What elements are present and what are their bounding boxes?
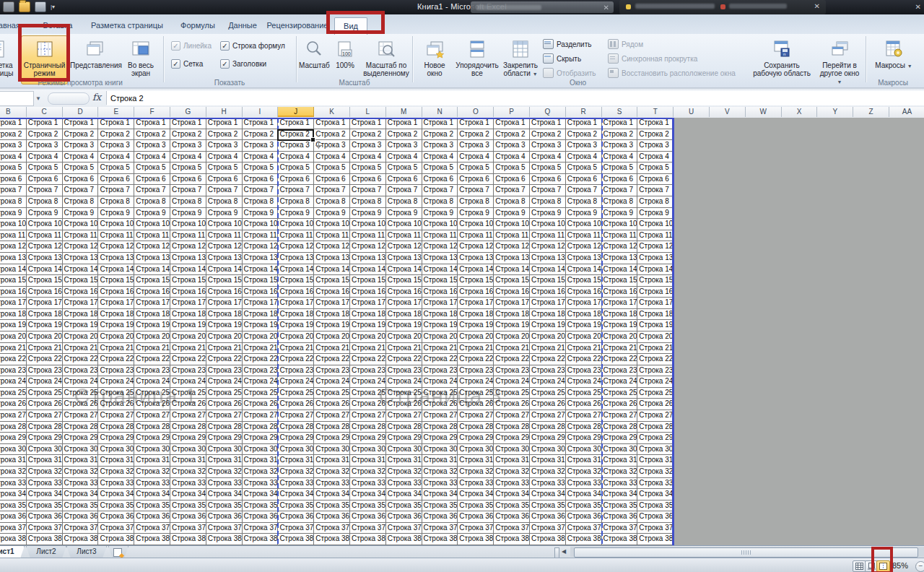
cell[interactable]: Строка 20 (422, 332, 458, 343)
cell[interactable]: Строка 22 (206, 354, 243, 365)
cell[interactable]: Строка 35 (170, 500, 206, 512)
cell[interactable]: Строка 22 (494, 354, 530, 365)
cell[interactable]: Строка 37 (314, 523, 350, 534)
cell[interactable]: Строка 6 (314, 174, 350, 186)
cell[interactable]: Строка 24 (63, 376, 99, 388)
cell[interactable]: Строка 32 (314, 467, 350, 478)
cell[interactable]: Строка 4 (530, 152, 566, 163)
cell[interactable]: Строка 6 (134, 174, 170, 186)
cell[interactable]: Строка 36 (386, 511, 422, 523)
cell[interactable]: Строка 29 (566, 433, 602, 444)
column-header-Y[interactable]: Y (817, 107, 853, 117)
cell[interactable]: Строка 5 (566, 162, 602, 174)
cell[interactable]: Строка 2 (350, 129, 386, 141)
cell[interactable]: Строка 32 (98, 467, 134, 478)
cell[interactable]: Строка 35 (530, 500, 566, 512)
close-icon[interactable]: ✕ (814, 2, 820, 10)
cell[interactable]: Строка 36 (278, 511, 314, 523)
cell[interactable]: Строка 36 (602, 511, 638, 523)
cell[interactable]: Строка 23 (350, 365, 386, 377)
cell[interactable]: Строка 12 (386, 241, 422, 253)
cell[interactable]: Строка 1 (386, 118, 422, 129)
cell[interactable]: Строка 4 (458, 152, 494, 163)
cell[interactable]: Строка 1 (637, 118, 674, 129)
cell[interactable]: Строка 37 (278, 523, 314, 534)
cell[interactable]: Строка 33 (494, 478, 530, 490)
cell[interactable]: Строка 32 (530, 467, 566, 478)
cell[interactable]: Строка 16 (134, 287, 170, 298)
cell[interactable]: Строка 8 (98, 196, 134, 208)
cell[interactable]: Строка 32 (602, 467, 638, 478)
cell[interactable]: Строка 11 (243, 230, 279, 242)
cell[interactable]: Строка 15 (243, 275, 279, 287)
qat-dropdown-icon[interactable]: |▾ (51, 4, 55, 10)
cell[interactable]: Строка 30 (530, 444, 566, 456)
cell[interactable]: Строка 24 (422, 376, 458, 388)
cell[interactable]: Строка 18 (530, 309, 566, 321)
cell[interactable]: Строка 12 (637, 241, 674, 253)
cell[interactable]: Строка 35 (278, 500, 314, 512)
cell[interactable]: Строка 13 (350, 253, 386, 264)
cell[interactable]: Строка 35 (566, 500, 602, 512)
cell[interactable]: Строка 30 (637, 444, 674, 456)
cell[interactable]: Строка 17 (27, 298, 63, 309)
cell[interactable]: Строка 21 (602, 343, 638, 355)
cell[interactable]: Строка 28 (314, 422, 350, 433)
cell[interactable]: Строка 27 (494, 410, 530, 422)
cell[interactable]: Строка 15 (530, 275, 566, 287)
cell[interactable]: Строка 35 (386, 500, 422, 512)
cell[interactable]: Строка 34 (422, 489, 458, 500)
cell[interactable]: Строка 8 (602, 196, 638, 208)
cell[interactable]: Строка 28 (278, 422, 314, 433)
cell[interactable]: Строка 28 (422, 422, 458, 433)
cell[interactable]: Строка 32 (566, 467, 602, 478)
cell[interactable]: Строка 1 (602, 118, 638, 129)
cell[interactable]: Строка 33 (27, 478, 63, 490)
cell[interactable]: Строка 38 (566, 534, 602, 545)
cell[interactable]: Строка 2 (134, 129, 170, 141)
cell[interactable]: Строка 31 (458, 455, 494, 467)
cell[interactable]: Строка 4 (206, 152, 243, 163)
cell[interactable]: Строка 18 (602, 309, 638, 321)
cell[interactable]: Строка 5 (27, 162, 63, 174)
cell[interactable]: Строка 23 (98, 365, 134, 377)
cell[interactable]: Строка 34 (566, 489, 602, 500)
cell[interactable]: Строка 30 (63, 444, 99, 456)
cell[interactable]: Строка 32 (637, 467, 674, 478)
cell[interactable]: Строка 3 (0, 140, 27, 152)
cell[interactable]: Строка 15 (278, 275, 314, 287)
cell[interactable]: Строка 25 (566, 388, 602, 399)
cell[interactable]: Строка 12 (206, 241, 243, 253)
cell[interactable]: Строка 4 (386, 152, 422, 163)
gridlines-checkbox[interactable]: ✓ Сетка (171, 59, 203, 69)
cell[interactable]: Строка 9 (530, 208, 566, 220)
cell[interactable]: Строка 25 (134, 388, 170, 399)
cell[interactable]: Строка 27 (0, 410, 27, 422)
cell[interactable]: Строка 23 (386, 365, 422, 377)
cell[interactable]: Строка 23 (422, 365, 458, 377)
cell[interactable]: Строка 34 (206, 489, 243, 500)
cell[interactable]: Строка 33 (458, 478, 494, 490)
cell[interactable]: Строка 34 (458, 489, 494, 500)
cell[interactable]: Строка 1 (278, 118, 314, 129)
cell[interactable]: Строка 10 (350, 219, 386, 230)
cell[interactable]: Строка 29 (206, 433, 243, 444)
cell[interactable]: Строка 4 (27, 152, 63, 163)
cell[interactable]: Строка 24 (134, 376, 170, 388)
cell[interactable]: Строка 35 (206, 500, 243, 512)
column-header-Q[interactable]: Q (530, 107, 566, 117)
cell[interactable]: Строка 29 (314, 433, 350, 444)
cell[interactable]: Строка 8 (170, 196, 206, 208)
cell[interactable]: Строка 7 (27, 185, 63, 196)
cell[interactable]: Строка 2 (637, 129, 674, 141)
cell[interactable]: Строка 19 (530, 320, 566, 332)
cell[interactable]: Строка 28 (637, 422, 674, 433)
cell[interactable]: Строка 27 (243, 410, 279, 422)
cell[interactable]: Строка 15 (494, 275, 530, 287)
cell[interactable]: Строка 27 (27, 410, 63, 422)
cell[interactable]: Строка 30 (386, 444, 422, 456)
fill-handle[interactable] (311, 138, 315, 142)
cell[interactable]: Строка 27 (458, 410, 494, 422)
cell[interactable]: Строка 24 (494, 376, 530, 388)
cell[interactable]: Строка 25 (314, 388, 350, 399)
